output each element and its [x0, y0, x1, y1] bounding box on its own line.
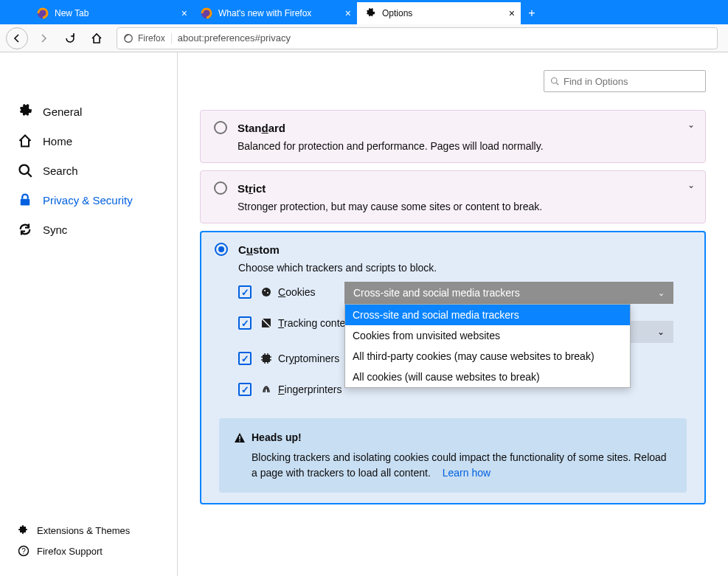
opt-label-text: Cryptominers	[278, 353, 339, 364]
gear-icon	[18, 104, 32, 119]
protection-standard-card[interactable]: Standard Balanced for protection and per…	[200, 110, 706, 163]
checkbox-tracking[interactable]: ✓	[238, 316, 252, 330]
svg-text:?: ?	[21, 547, 26, 555]
tab-label: Options	[382, 8, 412, 18]
chevron-down-icon: ⌄	[658, 288, 665, 298]
radio-custom[interactable]	[215, 243, 228, 256]
search-placeholder: Find in Options	[564, 76, 628, 87]
forward-button[interactable]	[32, 27, 55, 49]
chevron-down-icon[interactable]: ⌄	[687, 180, 695, 190]
identity-box[interactable]: Firefox	[123, 33, 172, 44]
svg-point-10	[267, 292, 268, 294]
checkbox-crypto[interactable]: ✓	[238, 352, 252, 365]
close-icon[interactable]: ×	[345, 7, 351, 19]
card-desc: Stronger protection, but may cause some …	[238, 201, 692, 212]
sidebar-item-label: Privacy & Security	[43, 194, 133, 207]
protection-strict-card[interactable]: Strict Stronger protection, but may caus…	[200, 170, 706, 223]
card-desc: Choose which trackers and scripts to blo…	[238, 262, 691, 274]
sidebar-extensions[interactable]: Extensions & Themes	[0, 520, 177, 541]
sidebar-item-search[interactable]: Search	[0, 156, 177, 185]
crypto-icon	[260, 353, 272, 364]
cookie-icon	[260, 286, 272, 298]
svg-point-3	[20, 165, 30, 175]
sidebar-item-general[interactable]: General	[0, 97, 177, 126]
help-icon: ?	[18, 545, 30, 557]
learn-how-link[interactable]: Learn how	[443, 467, 490, 479]
heads-up-alert: Heads up! Blocking trackers and isolatin…	[219, 418, 687, 493]
firefox-icon	[37, 7, 49, 19]
sidebar-item-privacy[interactable]: Privacy & Security	[0, 185, 177, 215]
close-icon[interactable]: ×	[181, 7, 187, 19]
select-value: Cross-site and social media trackers	[353, 287, 520, 299]
tab-options[interactable]: Options ×	[357, 2, 521, 24]
firefox-mono-icon	[123, 33, 134, 44]
tab-label: New Tab	[55, 8, 89, 18]
chevron-down-icon: ⌄	[657, 327, 665, 337]
svg-rect-12	[263, 355, 270, 362]
card-title: Strict	[238, 182, 266, 195]
lock-icon	[18, 192, 32, 207]
tab-strip: New Tab × What's new with Firefox × Opti…	[0, 0, 728, 24]
protection-custom-card: Custom Choose which trackers and scripts…	[200, 231, 706, 504]
tab-label: What's new with Firefox	[218, 8, 311, 18]
sidebar-item-label: Home	[43, 135, 72, 148]
puzzle-icon	[18, 524, 30, 536]
svg-point-8	[262, 288, 271, 296]
firefox-icon	[201, 7, 212, 19]
chevron-down-icon[interactable]: ⌄	[687, 119, 695, 130]
sidebar-support[interactable]: ? Firefox Support	[0, 541, 177, 561]
tracking-icon	[260, 317, 272, 329]
sidebar-item-label: Search	[43, 164, 78, 177]
warning-icon	[234, 432, 246, 444]
card-desc: Balanced for protection and performance.…	[238, 140, 692, 152]
alert-title: Heads up!	[252, 430, 302, 445]
sidebar-item-home[interactable]: Home	[0, 126, 177, 156]
sidebar-item-label: Extensions & Themes	[37, 525, 130, 536]
search-icon	[550, 77, 559, 86]
checkbox-cookies[interactable]: ✓	[238, 285, 252, 299]
cookies-select[interactable]: Cross-site and social media trackers ⌄	[344, 282, 673, 304]
preferences-search[interactable]: Find in Options	[544, 70, 706, 92]
svg-point-9	[264, 290, 266, 291]
radio-strict[interactable]	[214, 181, 227, 195]
preferences-pane: Find in Options Standard Balanced for pr…	[177, 52, 728, 576]
radio-standard[interactable]	[214, 121, 227, 134]
svg-point-7	[552, 78, 558, 84]
svg-rect-13	[239, 436, 240, 440]
close-icon[interactable]: ×	[509, 7, 515, 19]
opt-label-text: Fingerprinters	[278, 384, 342, 395]
sidebar-item-sync[interactable]: Sync	[0, 215, 177, 244]
sync-icon	[18, 222, 32, 237]
opt-label-text: Tracking content	[278, 317, 354, 329]
opt-label-text: Cookies	[278, 286, 316, 298]
sidebar-item-label: Sync	[43, 223, 67, 236]
nav-toolbar: Firefox about:preferences#privacy	[0, 24, 728, 52]
tab-whatsnew[interactable]: What's new with Firefox ×	[193, 2, 357, 24]
checkbox-finger[interactable]: ✓	[238, 383, 252, 396]
sidebar-item-label: General	[43, 105, 82, 118]
category-sidebar: General Home Search Privacy & Security S…	[0, 52, 177, 576]
reload-button[interactable]	[59, 27, 81, 49]
dropdown-option[interactable]: Cookies from unvisited websites	[345, 325, 630, 346]
fingerprint-icon	[260, 384, 272, 395]
identity-label: Firefox	[138, 33, 165, 44]
sidebar-item-label: Firefox Support	[37, 546, 103, 557]
svg-rect-14	[239, 440, 240, 442]
gear-icon	[364, 7, 376, 19]
card-title: Standard	[238, 122, 285, 134]
svg-rect-4	[21, 199, 30, 206]
back-button[interactable]	[6, 27, 28, 49]
url-text: about:preferences#privacy	[178, 32, 291, 44]
search-icon	[18, 163, 32, 178]
tab-new[interactable]: New Tab ×	[30, 2, 193, 24]
dropdown-option[interactable]: All cookies (will cause websites to brea…	[345, 367, 630, 387]
home-icon	[18, 133, 32, 148]
url-bar[interactable]: Firefox about:preferences#privacy	[117, 27, 718, 49]
card-title: Custom	[238, 243, 280, 256]
new-tab-button[interactable]: +	[521, 2, 543, 24]
dropdown-option[interactable]: All third-party cookies (may cause websi…	[345, 346, 630, 367]
dropdown-option[interactable]: Cross-site and social media trackers	[345, 305, 630, 325]
cookies-dropdown: Cross-site and social media trackers Coo…	[344, 304, 631, 388]
home-button[interactable]	[86, 27, 108, 49]
